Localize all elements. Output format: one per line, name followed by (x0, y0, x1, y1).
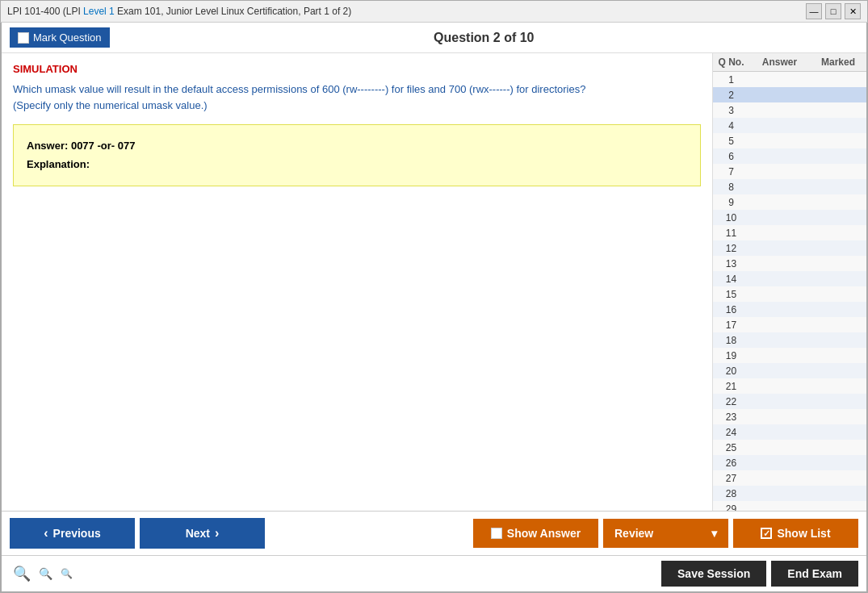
question-list-row[interactable]: 25 (713, 440, 866, 455)
question-list-row[interactable]: 10 (713, 210, 866, 225)
row-qno: 8 (713, 182, 749, 193)
question-list-body[interactable]: 1 2 3 4 5 6 7 8 (713, 72, 866, 511)
question-list-panel: Q No. Answer Marked 1 2 3 4 5 (713, 53, 866, 511)
question-list-row[interactable]: 17 (713, 317, 866, 332)
question-list-row[interactable]: 24 (713, 424, 866, 440)
show-answer-button[interactable]: Show Answer (473, 519, 598, 548)
review-dropdown-icon: ▾ (711, 527, 717, 540)
row-qno: 16 (713, 304, 749, 315)
question-list-row[interactable]: 5 (713, 133, 866, 148)
question-list-row[interactable]: 7 (713, 164, 866, 179)
row-qno: 29 (713, 503, 749, 512)
question-panel: SIMULATION Which umask value will result… (2, 53, 713, 511)
row-qno: 20 (713, 365, 749, 377)
row-qno: 6 (713, 151, 749, 162)
question-list-row[interactable]: 3 (713, 102, 866, 118)
title-bar: LPI 101-400 (LPI Level 1 Exam 101, Junio… (0, 0, 868, 23)
header-qno: Q No. (713, 56, 749, 68)
question-list-row[interactable]: 29 (713, 501, 866, 511)
question-list-row[interactable]: 1 (713, 72, 866, 87)
next-arrow-icon: › (215, 526, 219, 541)
question-list-row[interactable]: 14 (713, 271, 866, 286)
answer-text: Answer: 0077 -or- 077 (27, 140, 135, 152)
row-qno: 14 (713, 274, 749, 285)
review-button[interactable]: Review ▾ (603, 519, 728, 548)
minimize-button[interactable]: — (806, 3, 822, 19)
question-list-row[interactable]: 8 (713, 179, 866, 194)
close-button[interactable]: ✕ (845, 3, 861, 19)
mark-question-label: Mark Question (33, 31, 102, 44)
row-qno: 23 (713, 411, 749, 423)
bottom-action-bar: 🔍 🔍 🔍 Save Session End Exam (2, 555, 866, 591)
row-qno: 25 (713, 442, 749, 453)
previous-label: Previous (53, 527, 101, 540)
next-button[interactable]: Next › (140, 518, 265, 549)
question-list-row[interactable]: 11 (713, 225, 866, 240)
question-list-row[interactable]: 27 (713, 470, 866, 486)
mark-question-button[interactable]: Mark Question (10, 27, 110, 48)
row-qno: 27 (713, 473, 749, 484)
title-bar-controls: — □ ✕ (806, 3, 861, 19)
question-list-row[interactable]: 21 (713, 378, 866, 394)
show-list-label: Show List (777, 527, 830, 540)
row-qno: 12 (713, 243, 749, 254)
simulation-label: SIMULATION (13, 63, 701, 75)
row-qno: 5 (713, 136, 749, 147)
title-bar-text: LPI 101-400 (LPI Level 1 Exam 101, Junio… (7, 6, 351, 17)
row-qno: 19 (713, 350, 749, 361)
question-list-row[interactable]: 6 (713, 148, 866, 164)
review-label: Review (614, 527, 653, 540)
answer-line: Answer: 0077 -or- 077 (27, 136, 687, 155)
question-list-row[interactable]: 23 (713, 409, 866, 424)
question-header: Question 2 of 10 (110, 31, 858, 45)
mark-checkbox-icon (18, 32, 29, 44)
row-qno: 10 (713, 212, 749, 223)
row-qno: 13 (713, 258, 749, 269)
next-label: Next (186, 527, 210, 540)
question-list-row[interactable]: 20 (713, 363, 866, 378)
show-answer-checkbox-icon (491, 528, 502, 539)
question-list-row[interactable]: 26 (713, 455, 866, 470)
explanation-line: Explanation: (27, 155, 687, 173)
row-qno: 9 (713, 197, 749, 208)
header-answer: Answer (749, 56, 810, 68)
zoom-normal-button[interactable]: 🔍 (36, 566, 56, 582)
row-qno: 3 (713, 105, 749, 116)
save-session-button[interactable]: Save Session (661, 561, 766, 587)
show-list-check-icon: ✓ (761, 528, 772, 539)
zoom-controls: 🔍 🔍 🔍 (10, 563, 76, 584)
zoom-out-button[interactable]: 🔍 (57, 566, 76, 581)
row-qno: 24 (713, 427, 749, 438)
restore-button[interactable]: □ (825, 3, 841, 19)
end-exam-button[interactable]: End Exam (771, 561, 858, 587)
question-list-row[interactable]: 12 (713, 240, 866, 256)
question-list-row[interactable]: 18 (713, 332, 866, 348)
question-list-row[interactable]: 15 (713, 286, 866, 302)
question-list-row[interactable]: 19 (713, 348, 866, 363)
row-qno: 2 (713, 90, 749, 101)
question-list-row[interactable]: 13 (713, 256, 866, 271)
row-qno: 18 (713, 335, 749, 346)
question-list-row[interactable]: 4 (713, 118, 866, 133)
row-qno: 4 (713, 120, 749, 132)
question-text: Which umask value will result in the def… (13, 81, 701, 113)
previous-arrow-icon: ‹ (44, 526, 48, 541)
row-qno: 26 (713, 457, 749, 469)
content-area: SIMULATION Which umask value will result… (2, 53, 866, 511)
answer-box: Answer: 0077 -or- 077 Explanation: (13, 124, 701, 186)
previous-button[interactable]: ‹ Previous (10, 518, 135, 549)
explanation-label: Explanation: (27, 158, 90, 170)
question-list-row[interactable]: 22 (713, 394, 866, 409)
question-list-row[interactable]: 16 (713, 302, 866, 317)
zoom-in-button[interactable]: 🔍 (10, 563, 34, 584)
header-marked: Marked (810, 56, 866, 68)
question-list-row[interactable]: 2 (713, 87, 866, 102)
row-qno: 21 (713, 381, 749, 392)
question-list-row[interactable]: 28 (713, 486, 866, 501)
toolbar: Mark Question Question 2 of 10 (2, 23, 866, 53)
show-list-button[interactable]: ✓ Show List (733, 519, 858, 548)
question-list-header: Q No. Answer Marked (713, 53, 866, 72)
bottom-nav: ‹ Previous Next › Show Answer Review ▾ ✓… (2, 511, 866, 555)
question-list-row[interactable]: 9 (713, 194, 866, 210)
row-qno: 28 (713, 488, 749, 499)
